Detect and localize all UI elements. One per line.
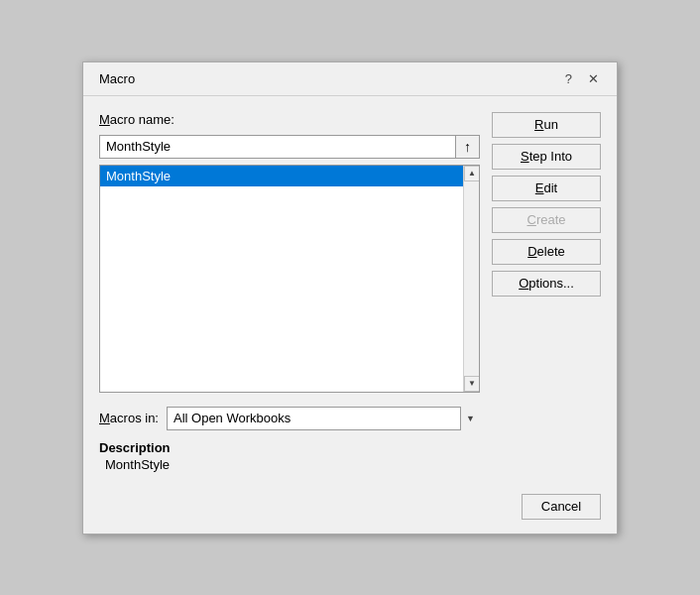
macro-list-item[interactable]: MonthStyle xyxy=(100,166,479,186)
macros-in-select[interactable]: All Open WorkbooksThis Workbook xyxy=(167,407,480,430)
macro-name-label: Macro name: xyxy=(99,112,480,127)
scroll-up-arrow[interactable]: ▲ xyxy=(464,166,480,181)
edit-button[interactable]: Edit xyxy=(492,176,601,201)
title-bar-controls: ? ✕ xyxy=(559,70,605,87)
dialog-title: Macro xyxy=(99,71,135,86)
macro-dialog: Macro ? ✕ Macro name: ↑ MonthStyle ▲ ▼ xyxy=(82,61,618,535)
close-button[interactable]: ✕ xyxy=(582,70,605,87)
scrollbar: ▲ ▼ xyxy=(463,166,479,392)
dialog-footer: Cancel xyxy=(83,486,617,534)
macro-name-up-button[interactable]: ↑ xyxy=(456,135,480,159)
dialog-body: Macro name: ↑ MonthStyle ▲ ▼ Macros in: xyxy=(83,96,617,486)
description-text: MonthStyle xyxy=(99,455,480,474)
macro-name-input[interactable] xyxy=(99,135,456,159)
macro-list[interactable]: MonthStyle xyxy=(100,166,479,392)
title-bar: Macro ? ✕ xyxy=(83,62,617,96)
delete-button[interactable]: Delete xyxy=(492,239,601,265)
macros-in-label: Macros in: xyxy=(99,411,159,425)
left-panel: Macro name: ↑ MonthStyle ▲ ▼ Macros in: xyxy=(99,112,480,474)
cancel-button[interactable]: Cancel xyxy=(522,494,601,520)
macro-name-row: ↑ xyxy=(99,135,480,159)
scroll-down-arrow[interactable]: ▼ xyxy=(464,376,480,392)
description-label: Description xyxy=(99,440,480,455)
macro-list-container: MonthStyle ▲ ▼ xyxy=(99,165,480,393)
macros-in-select-wrapper: All Open WorkbooksThis Workbook ▼ xyxy=(167,407,480,430)
description-section: Description MonthStyle xyxy=(99,440,480,474)
create-button[interactable]: Create xyxy=(492,207,601,233)
macros-in-row: Macros in: All Open WorkbooksThis Workbo… xyxy=(99,407,480,430)
step-into-button[interactable]: Step Into xyxy=(492,144,601,170)
run-button[interactable]: Run xyxy=(492,112,601,138)
help-button[interactable]: ? xyxy=(559,70,578,87)
options-button[interactable]: Options... xyxy=(492,271,601,297)
right-panel: Run Step Into Edit Create Delete Options… xyxy=(492,112,601,474)
